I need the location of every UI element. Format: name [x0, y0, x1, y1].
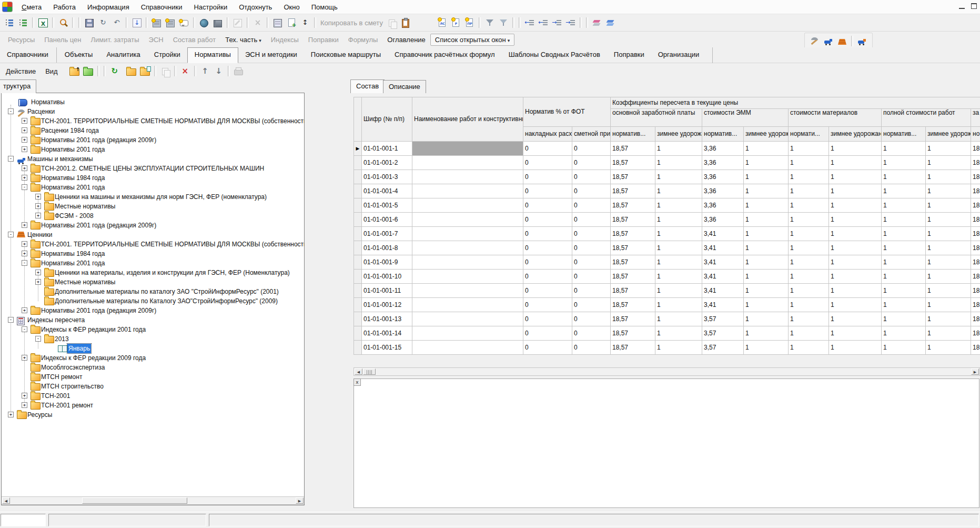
collapse-box-icon[interactable]: -: [35, 336, 41, 342]
value-cell[interactable]: 0: [572, 227, 611, 241]
mode-button-3[interactable]: Лимит. затраты: [86, 33, 144, 46]
tree-item-23[interactable]: +Нормативы 2001 года (редакция 2009г): [2, 306, 304, 315]
value-cell[interactable]: 1: [744, 156, 789, 170]
value-cell[interactable]: 1: [926, 184, 971, 198]
value-cell[interactable]: 18,57: [611, 270, 655, 284]
name-cell[interactable]: [412, 284, 523, 298]
code-cell[interactable]: 01-01-001-2: [362, 156, 412, 170]
tab-composition[interactable]: Состав: [350, 79, 385, 93]
column-header-coefficients[interactable]: Коэффициенты пересчета в текущие цены: [611, 97, 980, 109]
value-cell[interactable]: 1: [829, 241, 882, 255]
value-cell[interactable]: 1: [926, 298, 971, 312]
tree-item-25[interactable]: -Индексы к ФЕР редакции 2001 года: [2, 325, 304, 334]
edit-icon[interactable]: [231, 16, 245, 29]
tab-5[interactable]: Нормативы: [187, 47, 238, 63]
value-cell[interactable]: 1: [655, 312, 702, 326]
expand-box-icon[interactable]: +: [22, 146, 27, 152]
expand-box-icon[interactable]: +: [22, 402, 27, 408]
table-row[interactable]: 01-01-001-110018,5713,411111118: [354, 284, 980, 298]
value-cell[interactable]: 0: [523, 142, 572, 156]
value-cell[interactable]: 1: [882, 198, 926, 213]
value-cell[interactable]: 1: [882, 184, 926, 198]
sub-header-7[interactable]: нормати...: [789, 127, 829, 142]
folder-up-level-icon[interactable]: ↑: [68, 64, 82, 78]
tab-description[interactable]: Описание: [383, 80, 426, 93]
sub-header-1[interactable]: накладных расходов: [523, 127, 572, 142]
value-cell[interactable]: 1: [829, 312, 882, 326]
add-position-icon[interactable]: [150, 16, 164, 29]
value-cell[interactable]: 1: [655, 255, 702, 270]
value-cell[interactable]: 18,57: [611, 312, 655, 326]
value-cell[interactable]: 1: [789, 184, 829, 198]
value-cell[interactable]: 0: [572, 213, 611, 227]
undo-icon[interactable]: ↶: [110, 16, 124, 29]
value-cell[interactable]: 1: [744, 198, 789, 213]
value-cell[interactable]: 18: [971, 227, 980, 241]
table-row[interactable]: 01-01-001-70018,5713,411111118: [354, 227, 980, 241]
save-icon[interactable]: [83, 16, 96, 29]
group-header-3[interactable]: стоимости материалов: [789, 109, 882, 127]
tab-3[interactable]: Аналитика: [99, 47, 147, 63]
code-cell[interactable]: 01-01-001-8: [362, 241, 412, 255]
name-cell[interactable]: [412, 312, 523, 326]
value-cell[interactable]: 1: [789, 227, 829, 241]
name-cell[interactable]: [412, 227, 523, 241]
code-cell[interactable]: 01-01-001-12: [362, 298, 412, 312]
code-cell[interactable]: 01-01-001-6: [362, 213, 412, 227]
value-cell[interactable]: 0: [523, 227, 572, 241]
value-cell[interactable]: 3,41: [702, 270, 744, 284]
tree-item-28[interactable]: +Индексы к ФЕР редакции 2009 года: [2, 353, 304, 363]
tree-item-12[interactable]: +Местные нормативы: [2, 202, 304, 211]
value-cell[interactable]: 1: [655, 170, 702, 184]
code-cell[interactable]: 01-01-001-7: [362, 227, 412, 241]
value-cell[interactable]: 1: [926, 326, 971, 341]
level-down-icon[interactable]: →: [550, 16, 564, 29]
mode-button-6[interactable]: Тех. часть▾: [220, 33, 266, 46]
code-cell[interactable]: 01-01-001-1: [362, 142, 412, 156]
delete-node-icon[interactable]: ×: [178, 64, 192, 78]
value-cell[interactable]: 18,57: [611, 326, 655, 341]
insert-document-icon[interactable]: [285, 16, 298, 29]
code-cell[interactable]: 01-01-001-5: [362, 198, 412, 213]
value-cell[interactable]: 0: [523, 241, 572, 255]
expand-box-icon[interactable]: +: [22, 222, 27, 228]
value-cell[interactable]: 3,36: [702, 213, 744, 227]
mode-button-2[interactable]: Панель цен: [39, 33, 86, 46]
search-icon[interactable]: [56, 16, 70, 29]
table-scroll-thumb[interactable]: [363, 368, 376, 375]
tab-10[interactable]: Поправки: [607, 47, 651, 63]
value-cell[interactable]: 0: [572, 270, 611, 284]
paste-icon[interactable]: [399, 16, 412, 29]
restore-button[interactable]: [968, 1, 979, 12]
value-cell[interactable]: 0: [523, 298, 572, 312]
tree-horizontal-scrollbar[interactable]: ◀ ▶: [1, 496, 305, 505]
tree-item-5[interactable]: +Нормативы 2001 года (редакция 2009г): [2, 135, 304, 145]
tree-item-1[interactable]: Нормативы: [2, 97, 304, 107]
value-cell[interactable]: 1: [926, 170, 971, 184]
value-cell[interactable]: 1: [655, 227, 702, 241]
value-cell[interactable]: 1: [744, 326, 789, 341]
menu-item-1[interactable]: Смета: [16, 1, 47, 13]
value-cell[interactable]: 18: [971, 241, 980, 255]
level-up-icon[interactable]: ←: [537, 16, 550, 29]
value-cell[interactable]: 18: [971, 170, 980, 184]
tree-item-13[interactable]: +ФСЭМ - 2008: [2, 211, 304, 221]
mode-button-1[interactable]: Ресурсы: [3, 33, 39, 46]
value-cell[interactable]: 1: [882, 312, 926, 326]
menu-item-7[interactable]: Окно: [278, 1, 305, 13]
column-header-name[interactable]: Наименование работ и конструктивных элем…: [412, 97, 523, 142]
value-cell[interactable]: 1: [926, 227, 971, 241]
expand-box-icon[interactable]: +: [35, 279, 41, 285]
value-cell[interactable]: 1: [829, 341, 882, 355]
name-cell[interactable]: [412, 241, 523, 255]
sub-header-3[interactable]: норматив...: [611, 127, 655, 142]
value-cell[interactable]: 0: [523, 156, 572, 170]
value-cell[interactable]: 1: [829, 213, 882, 227]
mode-button-8[interactable]: Поправки: [304, 33, 343, 46]
tree-expand-icon[interactable]: [16, 16, 30, 29]
rate-document-icon[interactable]: Р: [449, 16, 463, 29]
value-cell[interactable]: 1: [655, 142, 702, 156]
expand-box-icon[interactable]: +: [35, 270, 41, 275]
sub-header-8[interactable]: зимнее удорожание: [829, 127, 882, 142]
value-cell[interactable]: 1: [829, 255, 882, 270]
